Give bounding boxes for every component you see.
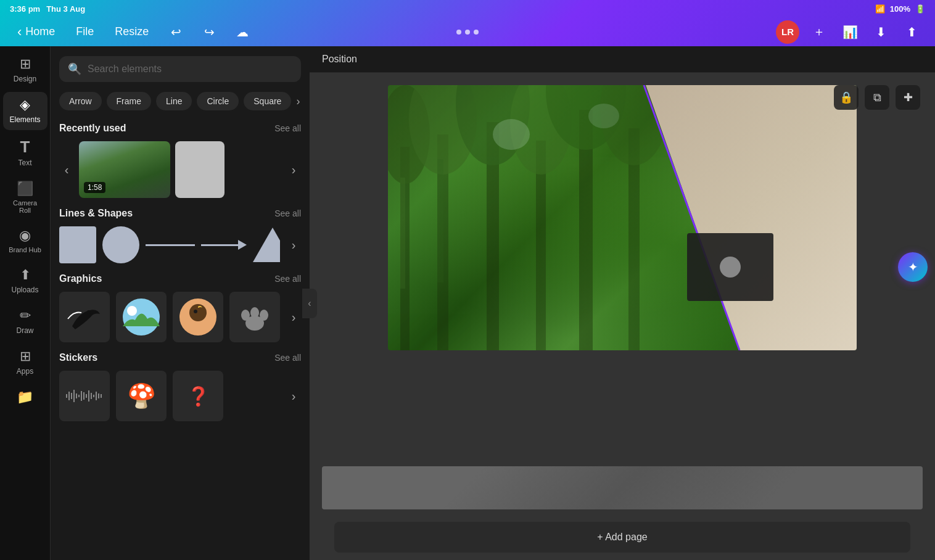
graphics-section: Graphics See all <box>51 268 310 347</box>
search-input-wrap: 🔍 <box>59 56 301 82</box>
collapse-handle[interactable]: ‹ <box>302 289 317 318</box>
sidebar-item-draw[interactable]: ✏ Draw <box>3 303 47 341</box>
recent-item-video[interactable]: 1:58 <box>79 141 170 198</box>
sidebar-label-uploads: Uploads <box>11 286 38 294</box>
sticker-waveform[interactable] <box>59 371 110 421</box>
svg-rect-14 <box>76 393 77 398</box>
recently-used-section: Recently used See all ‹ 1:58 › <box>51 118 310 203</box>
draw-icon: ✏ <box>20 309 31 323</box>
svg-rect-12 <box>71 393 72 399</box>
graphics-row: › <box>59 292 301 342</box>
topbar-right: LR ＋ 📊 ⬇ ⬆ <box>776 20 923 44</box>
dot-2 <box>465 30 470 35</box>
svg-point-7 <box>241 310 250 321</box>
svg-point-9 <box>260 310 268 321</box>
recent-next[interactable]: › <box>286 163 301 177</box>
sidebar-item-elements[interactable]: ◈ Elements <box>3 92 47 130</box>
graphic-eagle[interactable] <box>173 292 223 342</box>
avatar-initials: LR <box>781 27 794 37</box>
canvas-area: Position 🔒 ⧉ ✚ <box>310 46 935 560</box>
shape-line[interactable] <box>146 226 195 263</box>
shapes-items <box>59 226 280 263</box>
sidebar-item-uploads[interactable]: ⬆ Uploads <box>3 262 47 300</box>
recently-used-see-all[interactable]: See all <box>274 123 301 133</box>
left-panel: 🔍 Arrow Frame Line Circle Square › Recen… <box>51 46 310 439</box>
graphic-landscape[interactable] <box>116 292 167 342</box>
svg-rect-19 <box>88 390 89 401</box>
add-button[interactable]: ＋ <box>808 21 830 43</box>
design-canvas[interactable] <box>388 85 857 350</box>
shape-square[interactable] <box>59 226 96 263</box>
share-button[interactable]: ⬆ <box>900 21 923 43</box>
chart-button[interactable]: 📊 <box>839 21 861 43</box>
sidebar-item-text[interactable]: T Text <box>3 133 47 173</box>
graphic-paw[interactable] <box>229 292 280 342</box>
search-icon: 🔍 <box>68 62 81 76</box>
avatar-button[interactable]: LR <box>776 20 799 44</box>
resize-button[interactable]: Resize <box>110 23 154 41</box>
bottom-canvas-area <box>310 461 935 514</box>
graphics-next[interactable]: › <box>286 310 301 324</box>
apps-icon: ⊞ <box>20 350 31 363</box>
status-time: 3:36 pm <box>10 4 40 14</box>
tag-line[interactable]: Line <box>156 92 192 110</box>
sidebar-item-brand-hub[interactable]: ◉ Brand Hub <box>3 223 47 260</box>
shape-triangle[interactable] <box>253 226 280 263</box>
file-button[interactable]: File <box>71 23 99 41</box>
download-button[interactable]: ⬇ <box>870 21 892 43</box>
svg-point-5 <box>194 310 197 313</box>
recent-prev[interactable]: ‹ <box>59 163 74 177</box>
sidebar-label-apps: Apps <box>17 367 33 376</box>
canvas-dark-square[interactable] <box>687 233 773 301</box>
copy-button[interactable]: ⧉ <box>865 85 889 110</box>
add-element-button[interactable]: ✚ <box>896 85 920 110</box>
tags-more-arrow[interactable]: › <box>296 95 300 108</box>
svg-rect-13 <box>73 390 75 402</box>
graphics-see-all[interactable]: See all <box>274 274 301 284</box>
recent-item-gray[interactable] <box>175 141 224 198</box>
battery-text: 100% <box>890 4 910 14</box>
svg-rect-16 <box>81 391 82 401</box>
svg-rect-20 <box>91 393 92 399</box>
quick-tags: Arrow Frame Line Circle Square › <box>51 87 310 118</box>
tag-frame[interactable]: Frame <box>107 92 151 110</box>
svg-rect-18 <box>86 394 87 398</box>
stickers-next[interactable]: › <box>286 389 301 403</box>
sidebar-item-design[interactable]: ⊞ Design <box>3 51 47 89</box>
sidebar-item-apps[interactable]: ⊞ Apps <box>3 344 47 382</box>
sidebar-item-folder[interactable]: 📁 <box>3 384 47 414</box>
svg-rect-17 <box>83 392 84 400</box>
ai-float-button[interactable]: ✦ <box>898 252 928 282</box>
topbar-left: ‹ Home File Resize ↩ ↪ ☁ <box>12 21 253 43</box>
undo-button[interactable]: ↩ <box>165 21 187 43</box>
cloud-button[interactable]: ☁ <box>231 21 253 43</box>
sidebar-label-brand-hub: Brand Hub <box>9 246 41 253</box>
tag-circle[interactable]: Circle <box>197 92 239 110</box>
search-bar: 🔍 <box>51 46 310 87</box>
search-input[interactable] <box>88 64 292 75</box>
shapes-next[interactable]: › <box>286 238 301 252</box>
redo-button[interactable]: ↪ <box>198 21 220 43</box>
stickers-see-all[interactable]: See all <box>274 353 301 363</box>
lock-button[interactable]: 🔒 <box>834 85 859 110</box>
battery-icon: 🔋 <box>915 4 925 14</box>
add-page-button[interactable]: + Add page <box>334 522 910 553</box>
tag-square[interactable]: Square <box>244 92 291 110</box>
graphic-bird[interactable] <box>59 292 110 342</box>
back-button[interactable]: ‹ Home <box>12 22 60 43</box>
lines-shapes-see-all[interactable]: See all <box>274 208 301 218</box>
sticker-mushroom[interactable]: 🍄 <box>116 371 167 421</box>
sticker-hook[interactable]: ❓ <box>173 371 223 421</box>
lines-shapes-title: Lines & Shapes <box>59 208 133 219</box>
home-label: Home <box>25 25 55 38</box>
position-bar: Position <box>310 46 935 73</box>
main-layout: ⊞ Design ◈ Elements T Text ⬛ Camera Roll… <box>0 46 935 560</box>
tag-arrow[interactable]: Arrow <box>59 92 102 110</box>
sticker-items: 🍄 ❓ <box>59 371 281 421</box>
sidebar-item-camera-roll[interactable]: ⬛ Camera Roll <box>3 176 47 220</box>
sidebar-label-elements: Elements <box>9 115 40 124</box>
shape-arrow[interactable] <box>201 226 247 263</box>
shape-circle[interactable] <box>102 226 139 263</box>
brand-hub-icon: ◉ <box>19 229 31 242</box>
resize-label: Resize <box>115 25 149 38</box>
